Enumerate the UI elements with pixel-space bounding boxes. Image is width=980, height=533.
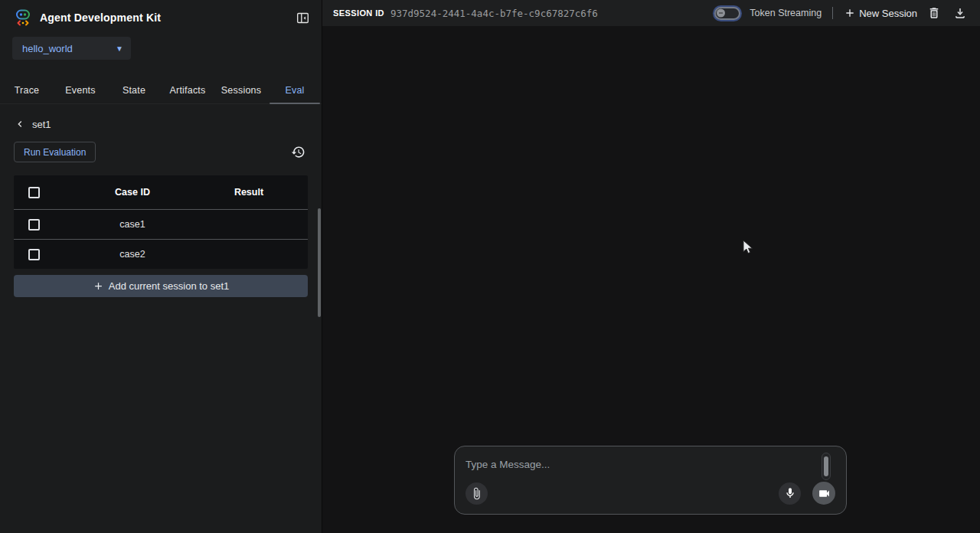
- agent-select[interactable]: hello_world ▼: [12, 37, 131, 60]
- composer-scrollbar[interactable]: [822, 453, 831, 480]
- tab-sessions[interactable]: Sessions: [214, 77, 268, 103]
- session-id-value: 937d9524-2441-4a4c-b7fe-c9c67827c6f6: [390, 8, 714, 19]
- add-current-session-button[interactable]: Add current session to set1: [14, 275, 308, 297]
- attach-file-button[interactable]: [466, 482, 488, 505]
- new-session-label: New Session: [859, 8, 917, 19]
- agent-select-value: hello_world: [22, 43, 116, 54]
- sidebar: Agent Development Kit hello_world ▼ Trac…: [0, 0, 322, 533]
- table-header-row: Case ID Result: [14, 175, 308, 209]
- eval-set-name: set1: [32, 119, 51, 130]
- adk-logo-icon: [14, 8, 32, 27]
- column-header-case-id: Case ID: [67, 187, 198, 198]
- select-all-checkbox[interactable]: [28, 187, 40, 198]
- run-evaluation-button[interactable]: Run Evaluation: [14, 142, 96, 162]
- plus-icon: [844, 7, 856, 19]
- table-row[interactable]: case2: [14, 239, 308, 269]
- collapse-panel-icon[interactable]: [294, 9, 311, 26]
- case-id-cell: case1: [67, 219, 198, 230]
- mouse-cursor: [742, 240, 756, 255]
- tab-trace[interactable]: Trace: [0, 77, 54, 103]
- eval-panel: set1 Run Evaluation Case ID Result case1…: [0, 104, 322, 533]
- row-checkbox[interactable]: [28, 219, 40, 231]
- message-composer: [454, 446, 847, 515]
- app-title: Agent Development Kit: [40, 11, 294, 24]
- row-checkbox[interactable]: [28, 249, 40, 260]
- tab-bar: Trace Events State Artifacts Sessions Ev…: [0, 77, 322, 104]
- tab-artifacts[interactable]: Artifacts: [161, 77, 214, 103]
- add-current-session-label: Add current session to set1: [109, 280, 230, 292]
- column-header-result: Result: [198, 187, 308, 198]
- session-id-label: SESSION ID: [333, 8, 384, 18]
- case-id-cell: case2: [67, 249, 198, 260]
- history-icon[interactable]: [289, 144, 306, 161]
- token-streaming-label: Token Streaming: [750, 8, 822, 18]
- eval-cases-table: Case ID Result case1 case2: [14, 175, 308, 269]
- token-streaming-toggle[interactable]: [714, 7, 740, 20]
- session-topbar: SESSION ID 937d9524-2441-4a4c-b7fe-c9c67…: [322, 0, 980, 26]
- divider: [832, 7, 833, 19]
- tab-eval[interactable]: Eval: [268, 77, 322, 103]
- sidebar-header: Agent Development Kit: [0, 0, 322, 35]
- message-input[interactable]: [466, 459, 802, 477]
- microphone-button[interactable]: [779, 482, 801, 505]
- paperclip-icon: [470, 487, 483, 500]
- videocam-icon: [818, 487, 831, 500]
- video-camera-button[interactable]: [812, 482, 835, 505]
- plus-icon: [93, 280, 104, 292]
- delete-session-icon[interactable]: [925, 4, 943, 22]
- sidebar-scrollbar[interactable]: [318, 208, 321, 317]
- back-chevron-icon[interactable]: [12, 116, 28, 132]
- download-session-icon[interactable]: [951, 4, 969, 22]
- tab-state[interactable]: State: [107, 77, 161, 103]
- table-row[interactable]: case1: [14, 209, 308, 239]
- new-session-button[interactable]: New Session: [844, 7, 917, 19]
- chevron-down-icon: ▼: [116, 44, 123, 53]
- main-area: SESSION ID 937d9524-2441-4a4c-b7fe-c9c67…: [322, 0, 980, 533]
- mic-icon: [784, 487, 796, 499]
- tab-events[interactable]: Events: [54, 77, 107, 103]
